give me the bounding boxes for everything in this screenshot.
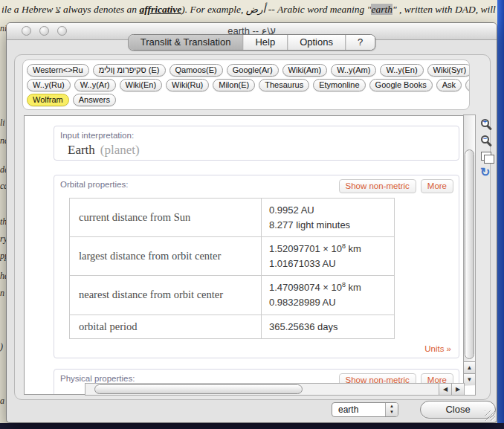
background-text-fragment: li [0,117,5,129]
background-scroll-edge [497,0,504,424]
translit-translation-window: earth -- ع\ע Translit & Translation Help… [6,22,497,423]
tab-bar: Translit & Translation Help Options ? [128,34,375,51]
shortcut-wolfram[interactable]: Wolfram [27,94,69,106]
shortcut-milon-e[interactable]: Milon(E) [213,79,255,91]
interpretation-qualifier: (planet) [100,143,140,157]
pod-buttons: Show non-metric More [339,179,454,193]
vertical-scrollbar-arrows: ▲ ▼ [464,361,475,385]
pod-label: Orbital properties: [60,180,128,189]
doc-text: -- Arabic word meaning " [265,4,371,15]
doc-text: " , written with DAD, will be [392,4,504,15]
doc-text: ). For example, [181,4,246,15]
tab-options[interactable]: Options [287,35,345,50]
shortcut-row-1: Western<>Ruמילון מורפיקס (E)Qamoos(E)Goo… [27,64,467,77]
shortcut-row-3: WolframAnswers [27,94,467,106]
shortcut-w-y-am[interactable]: W..y(Am) [331,64,376,77]
scroll-left-icon[interactable]: ◀ [439,384,451,395]
background-text-fragment: ) [0,341,3,352]
horizontal-scrollbar[interactable]: ◀ ▶ [85,383,465,396]
wolfram-results-view: Input interpretation: Earth(planet) Orbi… [24,115,464,395]
doc-text: ile a Hebrew צ always denotes an [1,4,139,15]
content-panel: Western<>Ruמילון מורפיקס (E)Qamoos(E)Goo… [14,54,491,400]
shortcut-wiki-he[interactable]: Wiki(He) [465,79,470,91]
stepper-icon[interactable]: ▲▼ [385,403,398,416]
shortcut-e[interactable]: מילון מורפיקס (E) [93,64,166,77]
orbital-properties-pod: Orbital properties: Show non-metric More… [54,175,459,358]
shortcut-wiki-syr[interactable]: Wiki(Syr) [427,64,470,77]
show-non-metric-button[interactable]: Show non-metric [339,179,416,193]
background-bottom-edge [0,423,504,429]
shortcut-qamoos-e[interactable]: Qamoos(E) [169,64,223,77]
property-value: 365.25636 days [262,315,395,339]
scroll-right-icon[interactable]: ▶ [451,384,464,395]
interpretation-term: Earth [68,143,95,157]
shortcut-w-y-en[interactable]: W..y(En) [380,64,423,77]
pod-label: Physical properties: [60,374,135,383]
shortcut-w-y-ar[interactable]: W..y(Ar) [74,79,116,91]
horizontal-scrollbar-thumb[interactable] [94,384,303,394]
word-select-value: earth [338,403,358,416]
shortcut-buttons-panel: Western<>Ruמילון מורפיקס (E)Qamoos(E)Goo… [22,59,470,110]
units-link[interactable]: Units » [424,344,451,353]
vertical-scrollbar[interactable]: ▲ ▼ [463,114,476,396]
minimize-window-icon[interactable] [39,26,49,36]
tab-question[interactable]: ? [345,35,375,50]
zoom-window-icon[interactable] [57,26,67,36]
shortcut-google-books[interactable]: Google Books [369,79,433,91]
shortcut-wiki-en[interactable]: Wiki(En) [120,79,163,91]
orbital-properties-table: current distance from Sun0.9952 AU8.277 … [69,198,395,339]
copy-pages-icon[interactable] [479,150,497,167]
background-text-fragment: n [0,288,4,299]
shortcut-wiki-ru[interactable]: Wiki(Ru) [166,79,209,91]
shortcut-etymonline[interactable]: Etymonline [313,79,365,91]
shortcut-wiki-am[interactable]: Wiki(Am) [282,64,328,77]
scrollbar-corner [464,386,475,395]
property-value: 1.47098074 × 108 km0.98328989 AU [262,276,395,315]
horizontal-scrollbar-arrows: ◀ ▶ [439,384,464,395]
property-value: 1.52097701 × 108 km1.01671033 AU [262,237,395,276]
shortcut-answers[interactable]: Answers [73,94,116,106]
view-tools: + − ↻ [479,117,497,183]
shortcut-row-2: W..y(Ru)W..y(Ar)Wiki(En)Wiki(Ru)Milon(E)… [27,79,467,91]
table-row: nearest distance from orbit center1.4709… [70,276,395,315]
tab-help[interactable]: Help [242,35,287,50]
table-row: largest distance from orbit center1.5209… [70,237,395,276]
background-document-line: ile a Hebrew צ always denotes an affrica… [0,0,498,19]
shortcut-w-y-ru[interactable]: W..y(Ru) [27,79,71,91]
background-text-fragment: a [0,396,4,407]
pod-label: Input interpretation: [60,131,134,140]
table-row: orbital period365.25636 days [70,315,395,339]
doc-text-arabic: أرض [246,4,266,15]
zoom-in-icon[interactable]: + [479,117,497,134]
highlighted-word: earth [371,4,392,15]
vertical-scrollbar-thumb[interactable] [465,149,474,359]
doc-text-bold: affricative [139,4,181,15]
shortcut-ask[interactable]: Ask [436,79,462,91]
scroll-up-icon[interactable]: ▲ [464,361,475,373]
scroll-down-icon[interactable]: ▼ [464,373,475,385]
more-button[interactable]: More [421,179,453,193]
shortcut-google-ar[interactable]: Google(Ar) [227,64,279,77]
resize-grip-icon[interactable] [485,410,495,421]
word-select[interactable]: earth ▲▼ [332,402,398,417]
property-name: current distance from Sun [70,199,262,237]
refresh-icon[interactable]: ↻ [479,167,497,183]
shortcut-thesaurus[interactable]: Thesaurus [259,79,309,91]
table-row: current distance from Sun0.9952 AU8.277 … [70,199,395,237]
property-name: nearest distance from orbit center [70,276,262,315]
shortcut-western-ru[interactable]: Western<>Ru [27,64,89,77]
property-name: orbital period [70,315,262,339]
input-interpretation-value: Earth(planet) [68,143,140,158]
zoom-out-icon[interactable]: − [479,134,497,150]
input-interpretation-pod: Input interpretation: Earth(planet) [54,126,459,161]
tab-translit-translation[interactable]: Translit & Translation [129,35,243,50]
property-value: 0.9952 AU8.277 light minutes [262,199,395,237]
close-window-icon[interactable] [22,26,31,36]
property-name: largest distance from orbit center [70,237,262,276]
